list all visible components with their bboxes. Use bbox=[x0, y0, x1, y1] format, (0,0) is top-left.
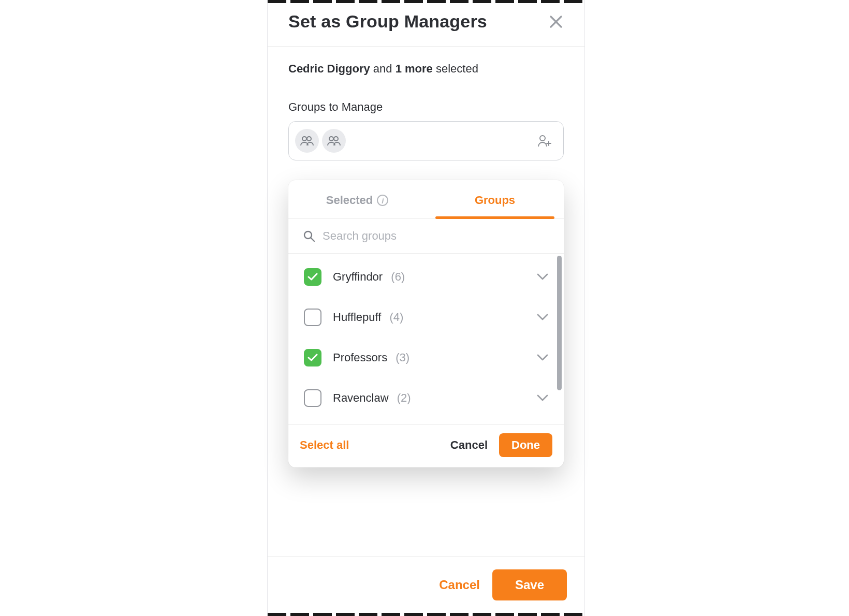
tab-selected[interactable]: Selected i bbox=[288, 180, 426, 218]
group-checkbox[interactable] bbox=[304, 389, 321, 407]
chevron-down-icon[interactable] bbox=[537, 314, 548, 321]
selection-summary: Cedric Diggory and 1 more selected bbox=[288, 62, 564, 76]
selection-suffix: selected bbox=[436, 62, 478, 75]
set-group-managers-panel: Set as Group Managers Cedric Diggory and… bbox=[267, 0, 585, 616]
group-count: (4) bbox=[386, 311, 403, 324]
group-chip[interactable] bbox=[322, 129, 346, 153]
chevron-down-icon[interactable] bbox=[537, 273, 548, 281]
panel-header: Set as Group Managers bbox=[268, 0, 584, 47]
add-person-icon[interactable] bbox=[537, 135, 552, 147]
group-name: Ravenclaw (2) bbox=[333, 391, 411, 405]
group-row[interactable]: Professors (3) bbox=[301, 338, 551, 378]
groups-to-manage-field[interactable] bbox=[288, 121, 564, 160]
groups-list-scroll[interactable]: Gryffindor (6)Hufflepuff (4)Professors (… bbox=[288, 254, 564, 424]
svg-point-3 bbox=[334, 137, 338, 141]
people-icon bbox=[327, 136, 341, 146]
svg-point-1 bbox=[307, 137, 311, 141]
group-row[interactable]: Ravenclaw (2) bbox=[301, 378, 551, 418]
selection-more-count: 1 more bbox=[396, 62, 433, 75]
group-row[interactable]: Gryffindor (6) bbox=[301, 257, 551, 297]
selected-group-chips bbox=[295, 129, 346, 153]
close-icon[interactable] bbox=[548, 14, 564, 30]
group-name: Hufflepuff (4) bbox=[333, 311, 403, 324]
popover-done-button[interactable]: Done bbox=[499, 433, 552, 457]
select-all-button[interactable]: Select all bbox=[300, 438, 349, 452]
groups-list: Gryffindor (6)Hufflepuff (4)Professors (… bbox=[288, 254, 564, 421]
group-name: Gryffindor (6) bbox=[333, 270, 405, 284]
save-button[interactable]: Save bbox=[492, 569, 567, 600]
chevron-down-icon[interactable] bbox=[537, 394, 548, 402]
panel-footer: Cancel Save bbox=[268, 556, 584, 613]
groups-to-manage-label: Groups to Manage bbox=[288, 100, 564, 114]
popover-footer: Select all Cancel Done bbox=[288, 424, 564, 467]
groups-dropdown-popover: Selected i Groups Gr bbox=[288, 180, 564, 467]
scrollbar-thumb[interactable] bbox=[557, 256, 562, 390]
selection-summary-block: Cedric Diggory and 1 more selected Group… bbox=[268, 47, 584, 114]
chevron-down-icon[interactable] bbox=[537, 354, 548, 361]
cancel-button[interactable]: Cancel bbox=[439, 578, 480, 592]
group-count: (2) bbox=[394, 391, 411, 404]
popover-cancel-button[interactable]: Cancel bbox=[450, 438, 488, 452]
group-row[interactable]: Hufflepuff (4) bbox=[301, 297, 551, 338]
search-input[interactable] bbox=[323, 229, 549, 243]
svg-point-2 bbox=[329, 137, 333, 141]
decorative-edge bbox=[268, 0, 585, 3]
decorative-edge bbox=[268, 613, 585, 616]
selected-user-name: Cedric Diggory bbox=[288, 62, 370, 75]
scrollbar-track bbox=[557, 256, 562, 422]
popover-tabs: Selected i Groups bbox=[288, 180, 564, 219]
group-count: (6) bbox=[388, 270, 405, 283]
group-checkbox[interactable] bbox=[304, 349, 321, 366]
group-checkbox[interactable] bbox=[304, 309, 321, 326]
people-icon bbox=[300, 136, 314, 146]
tab-groups-label: Groups bbox=[475, 194, 515, 207]
group-checkbox[interactable] bbox=[304, 268, 321, 286]
search-row bbox=[288, 219, 564, 254]
info-icon[interactable]: i bbox=[377, 195, 388, 206]
group-name: Professors (3) bbox=[333, 351, 409, 364]
group-count: (3) bbox=[392, 351, 409, 364]
tab-selected-label: Selected bbox=[326, 194, 373, 207]
group-chip[interactable] bbox=[295, 129, 319, 153]
search-icon bbox=[303, 230, 315, 242]
svg-point-4 bbox=[540, 136, 545, 141]
panel-title: Set as Group Managers bbox=[288, 11, 487, 32]
tab-groups[interactable]: Groups bbox=[426, 180, 564, 218]
svg-point-0 bbox=[302, 137, 306, 141]
selection-connector: and bbox=[373, 62, 392, 75]
